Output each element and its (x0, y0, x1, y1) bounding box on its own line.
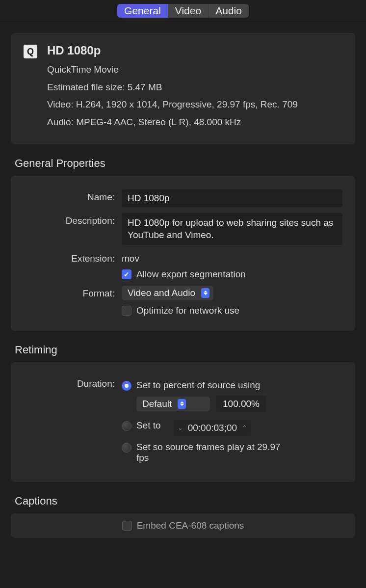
allow-segmentation-checkbox[interactable]: ✓ (122, 269, 131, 279)
select-arrows-icon (201, 288, 209, 298)
duration-setto-label: Set to (136, 420, 161, 431)
checkmark-icon: ✓ (124, 270, 130, 278)
optimize-network-checkbox[interactable] (122, 306, 131, 316)
duration-label: Duration: (24, 376, 122, 389)
extension-label: Extension: (24, 251, 122, 264)
duration-percent-label: Set to percent of source using (136, 380, 260, 391)
allow-segmentation-label: Allow export segmentation (136, 269, 246, 280)
percent-preset-select[interactable]: Default (136, 397, 210, 411)
setto-time-value: 00:00:03;00 (188, 423, 237, 433)
summary-panel: Q HD 1080p QuickTime Movie Estimated fil… (11, 33, 355, 144)
section-retiming: Retiming (15, 344, 366, 356)
duration-setto-radio[interactable] (122, 421, 131, 431)
section-captions: Captions (15, 495, 366, 508)
quicktime-icon: Q (24, 45, 37, 58)
section-general-properties: General Properties (15, 157, 366, 170)
summary-audio: Audio: MPEG-4 AAC, Stereo (L R), 48.000 … (47, 116, 298, 129)
percent-preset-value: Default (142, 399, 172, 409)
summary-body: HD 1080p QuickTime Movie Estimated file … (47, 44, 298, 134)
name-input[interactable]: HD 1080p (122, 189, 342, 207)
name-label: Name: (24, 189, 122, 203)
tab-audio[interactable]: Audio (209, 4, 249, 18)
summary-filesize: Estimated file size: 5.47 MB (47, 81, 298, 94)
chevron-down-icon[interactable]: ⌄ (178, 424, 183, 431)
optimize-network-label: Optimize for network use (136, 305, 239, 316)
tab-video[interactable]: Video (168, 4, 209, 18)
percent-value-field[interactable]: 100.00% (216, 396, 266, 412)
general-properties-panel: Name: HD 1080p Description: HD 1080p for… (11, 176, 355, 331)
chevron-up-icon[interactable]: ⌃ (242, 424, 247, 431)
description-label: Description: (24, 213, 122, 226)
extension-value: mov (122, 251, 342, 264)
description-input[interactable]: HD 1080p for upload to web sharing sites… (122, 213, 342, 245)
retiming-panel: Duration: Set to percent of source using… (11, 362, 355, 482)
embed-captions-checkbox[interactable] (122, 521, 132, 531)
summary-container: QuickTime Movie (47, 63, 298, 76)
duration-percent-radio[interactable] (122, 381, 131, 391)
tab-group: General Video Audio (117, 4, 249, 18)
duration-frames-radio[interactable] (122, 443, 131, 453)
format-select-value: Video and Audio (128, 288, 195, 298)
format-select[interactable]: Video and Audio (122, 286, 213, 300)
setto-time-stepper[interactable]: ⌄ 00:00:03;00 ⌃ (174, 420, 251, 436)
top-tab-bar: General Video Audio (0, 0, 366, 22)
tab-general[interactable]: General (117, 4, 168, 18)
captions-panel: Embed CEA-608 captions (11, 513, 355, 538)
summary-title: HD 1080p (47, 44, 298, 57)
select-arrows-icon (178, 399, 186, 409)
format-label: Format: (24, 286, 122, 299)
summary-video: Video: H.264, 1920 x 1014, Progressive, … (47, 98, 298, 111)
duration-frames-label: Set so source frames play at 29.97 fps (136, 442, 293, 463)
embed-captions-label: Embed CEA-608 captions (137, 520, 244, 531)
